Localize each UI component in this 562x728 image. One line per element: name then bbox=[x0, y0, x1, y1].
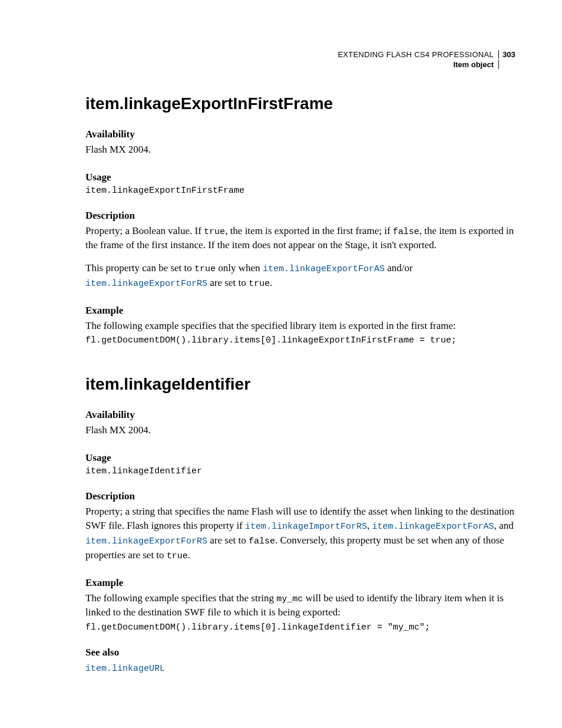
usage-heading: Usage bbox=[85, 172, 518, 183]
example-intro: The following example specifies that the… bbox=[85, 591, 518, 620]
link-linkageExportForRS[interactable]: item.linkageExportForRS bbox=[85, 279, 207, 289]
text-run: only when bbox=[216, 262, 263, 274]
text-run: , bbox=[367, 520, 372, 531]
seealso-body: item.linkageURL bbox=[85, 661, 518, 676]
code-true: true bbox=[204, 227, 225, 237]
text-run: , and bbox=[494, 520, 514, 531]
code-my-mc: my_mc bbox=[276, 594, 303, 604]
link-linkageExportForAS[interactable]: item.linkageExportForAS bbox=[263, 264, 385, 274]
example-code: fl.getDocumentDOM().library.items[0].lin… bbox=[85, 335, 518, 345]
availability-body: Flash MX 2004. bbox=[85, 143, 518, 157]
book-title: EXTENDING FLASH CS4 PROFESSIONAL bbox=[338, 50, 499, 59]
availability-heading: Availability bbox=[85, 409, 518, 421]
example-heading: Example bbox=[85, 305, 518, 317]
chapter-title: Item object bbox=[453, 60, 499, 69]
section-heading-linkageIdentifier: item.linkageIdentifier bbox=[85, 375, 518, 394]
description-heading: Description bbox=[85, 210, 518, 222]
example-intro: The following example specifies that the… bbox=[85, 319, 518, 334]
usage-heading: Usage bbox=[85, 452, 518, 464]
text-run: This property can be set to bbox=[85, 262, 194, 274]
example-heading: Example bbox=[85, 577, 518, 589]
description-heading: Description bbox=[85, 490, 518, 502]
text-run: . bbox=[270, 277, 272, 288]
text-run: are set to bbox=[207, 277, 249, 288]
example-code: fl.getDocumentDOM().library.items[0].lin… bbox=[85, 622, 518, 633]
code-false: false bbox=[393, 227, 419, 237]
code-true: true bbox=[249, 279, 270, 289]
page-content: item.linkageExportInFirstFrame Availabil… bbox=[85, 50, 518, 676]
text-run: are set to bbox=[207, 535, 249, 546]
text-run: . bbox=[188, 549, 190, 561]
code-true: true bbox=[194, 264, 216, 274]
link-linkageExportForAS[interactable]: item.linkageExportForAS bbox=[372, 522, 494, 532]
code-false: false bbox=[249, 536, 275, 546]
code-true: true bbox=[167, 551, 188, 561]
link-linkageExportForRS[interactable]: item.linkageExportForRS bbox=[85, 536, 207, 546]
text-run: The following example specifies that the… bbox=[85, 592, 276, 604]
link-linkageURL[interactable]: item.linkageURL bbox=[85, 664, 165, 674]
running-header: EXTENDING FLASH CS4 PROFESSIONAL303 Item… bbox=[338, 50, 518, 70]
description-para: Property; a string that specifies the na… bbox=[85, 505, 518, 563]
link-linkageImportForRS[interactable]: item.linkageImportForRS bbox=[245, 522, 367, 532]
page: EXTENDING FLASH CS4 PROFESSIONAL303 Item… bbox=[0, 0, 562, 728]
section-heading-linkageExportInFirstFrame: item.linkageExportInFirstFrame bbox=[85, 94, 518, 113]
availability-heading: Availability bbox=[85, 129, 518, 140]
description-para-1: Property; a Boolean value. If true, the … bbox=[85, 224, 518, 253]
usage-code: item.linkageExportInFirstFrame bbox=[85, 186, 518, 196]
usage-code: item.linkageIdentifier bbox=[85, 466, 518, 476]
availability-body: Flash MX 2004. bbox=[85, 423, 518, 438]
text-run: and/or bbox=[385, 262, 413, 274]
description-para-2: This property can be set to true only wh… bbox=[85, 261, 518, 291]
text-run: , the item is exported in the first fram… bbox=[225, 225, 393, 236]
seealso-heading: See also bbox=[85, 647, 518, 658]
text-run: Property; a Boolean value. If bbox=[85, 225, 204, 236]
page-number: 303 bbox=[499, 50, 518, 60]
